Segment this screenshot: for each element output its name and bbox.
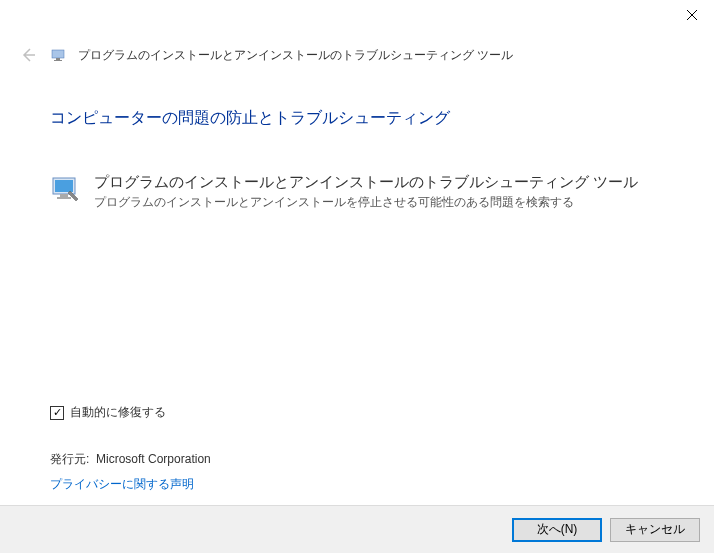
svg-rect-6 xyxy=(57,197,71,199)
privacy-link[interactable]: プライバシーに関する声明 xyxy=(50,476,664,493)
page-heading: コンピューターの問題の防止とトラブルシューティング xyxy=(50,108,664,129)
next-button[interactable]: 次へ(N) xyxy=(512,518,602,542)
troubleshooter-icon xyxy=(50,47,66,63)
wizard-title: プログラムのインストールとアンインストールのトラブルシューティング ツール xyxy=(78,47,513,64)
tool-description: プログラムのインストールとアンインストールを停止させる可能性のある問題を検索する xyxy=(94,194,638,211)
svg-rect-4 xyxy=(55,180,73,192)
svg-rect-5 xyxy=(60,194,68,197)
cancel-button[interactable]: キャンセル xyxy=(610,518,700,542)
svg-rect-1 xyxy=(56,58,60,60)
back-arrow-icon xyxy=(18,45,38,65)
auto-repair-label: 自動的に修復する xyxy=(70,404,166,421)
tool-item: プログラムのインストールとアンインストールのトラブルシューティング ツール プロ… xyxy=(50,173,664,211)
tool-icon xyxy=(50,173,82,205)
close-icon[interactable] xyxy=(686,8,698,24)
svg-rect-0 xyxy=(52,50,64,58)
publisher-label: 発行元: Microsoft Corporation xyxy=(50,451,664,468)
svg-rect-2 xyxy=(54,60,62,61)
tool-title: プログラムのインストールとアンインストールのトラブルシューティング ツール xyxy=(94,173,638,192)
auto-repair-checkbox[interactable]: ✓ xyxy=(50,406,64,420)
wizard-header: プログラムのインストールとアンインストールのトラブルシューティング ツール xyxy=(18,45,513,65)
footer-bar: 次へ(N) キャンセル xyxy=(0,505,714,553)
